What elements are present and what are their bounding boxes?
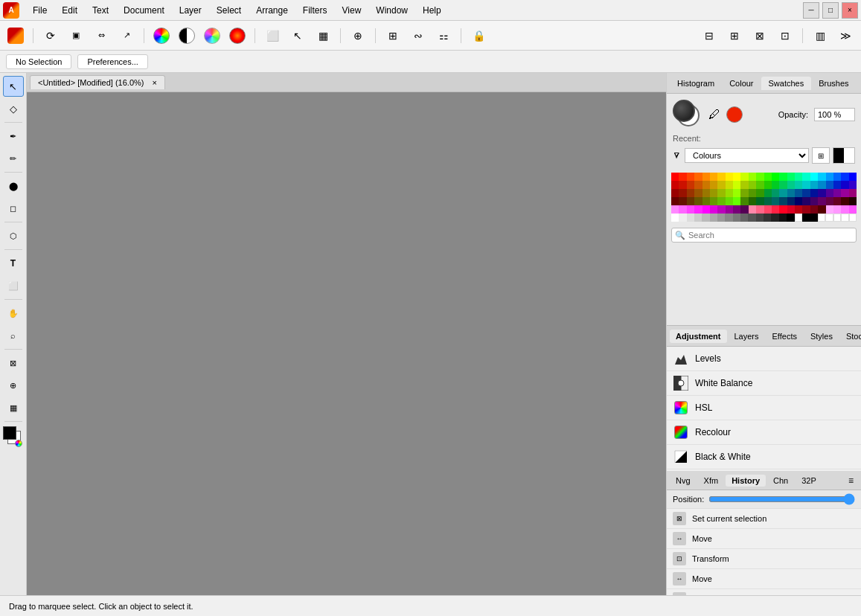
swatch-cell[interactable]: [756, 205, 764, 214]
swatch-cell[interactable]: [841, 214, 848, 222]
swatch-cell[interactable]: [787, 181, 795, 189]
swatch-cell[interactable]: [756, 181, 764, 189]
swatch-cell[interactable]: [826, 173, 833, 181]
swatch-cell[interactable]: [717, 197, 725, 205]
swatch-cell[interactable]: [772, 181, 779, 189]
swatch-cell[interactable]: [717, 173, 725, 181]
adj-white-balance[interactable]: White Balance: [667, 371, 861, 396]
contrast-button[interactable]: [176, 25, 198, 46]
tab-stock[interactable]: Stock: [840, 330, 861, 343]
swatch-cell[interactable]: [810, 173, 818, 181]
swatch-cell[interactable]: [772, 173, 779, 181]
camera-btn[interactable]: 🔒: [467, 25, 490, 46]
gradient-tool[interactable]: ▦: [3, 397, 24, 418]
color-wheel-button[interactable]: [150, 25, 173, 46]
swatch-cell[interactable]: [710, 181, 717, 189]
grid-btn[interactable]: ⊞: [382, 25, 404, 46]
open-button[interactable]: ▣: [65, 25, 87, 46]
swatch-cell[interactable]: [833, 197, 841, 205]
swatch-cell[interactable]: [802, 214, 810, 222]
menu-text[interactable]: Text: [85, 3, 116, 18]
swatch-cell[interactable]: [756, 189, 764, 197]
swatch-cell[interactable]: [710, 205, 717, 214]
swatch-cell[interactable]: [772, 189, 779, 197]
menu-select[interactable]: Select: [209, 3, 249, 18]
adj-recolour[interactable]: Recolour: [667, 420, 861, 445]
swatch-cell[interactable]: [779, 181, 787, 189]
menu-filters[interactable]: Filters: [295, 3, 335, 18]
tab-histogram[interactable]: Histogram: [670, 77, 722, 90]
swatch-cell[interactable]: [795, 205, 802, 214]
swatch-cell[interactable]: [764, 197, 772, 205]
swatch-cell[interactable]: [687, 197, 694, 205]
view-tool[interactable]: ✋: [3, 303, 24, 324]
bw-toggle[interactable]: [833, 147, 855, 164]
swatch-cell[interactable]: [802, 205, 810, 214]
swatch-cell[interactable]: [733, 205, 740, 214]
mask-button[interactable]: ▦: [312, 25, 334, 46]
swatch-cell[interactable]: [717, 181, 725, 189]
eyedropper-icon[interactable]: 🖊: [708, 108, 720, 121]
swatch-cell[interactable]: [671, 197, 679, 205]
align-center-btn[interactable]: ⊞: [723, 25, 746, 46]
swatch-cell[interactable]: [833, 173, 841, 181]
swatch-cell[interactable]: [818, 181, 825, 189]
swatch-cell[interactable]: [726, 197, 733, 205]
swatch-cell[interactable]: [849, 197, 857, 205]
swatch-cell[interactable]: [687, 214, 694, 222]
swatch-cell[interactable]: [833, 214, 841, 222]
swatch-cell[interactable]: [787, 205, 795, 214]
color-red[interactable]: [726, 106, 743, 123]
tab-chn[interactable]: Chn: [767, 475, 794, 487]
tab-swatches[interactable]: Swatches: [761, 77, 812, 90]
node-tool[interactable]: ◇: [3, 98, 24, 119]
swatch-cell[interactable]: [726, 181, 733, 189]
minimize-button[interactable]: ─: [803, 2, 819, 19]
swatch-cell[interactable]: [740, 197, 748, 205]
tab-effects[interactable]: Effects: [766, 330, 803, 343]
swatch-cell[interactable]: [795, 173, 802, 181]
swatch-cell[interactable]: [671, 214, 679, 222]
swatch-cell[interactable]: [833, 189, 841, 197]
swatch-cell[interactable]: [740, 214, 748, 222]
paint-tool[interactable]: ⬤: [3, 176, 24, 196]
menu-document[interactable]: Document: [116, 3, 172, 18]
align-top-btn[interactable]: ⊡: [774, 25, 796, 46]
swatch-cell[interactable]: [710, 197, 717, 205]
menu-file[interactable]: File: [25, 3, 54, 18]
swatch-cell[interactable]: [694, 214, 702, 222]
tab-history[interactable]: History: [726, 475, 766, 487]
swatch-cell[interactable]: [849, 173, 857, 181]
swatch-cell[interactable]: [694, 205, 702, 214]
opacity-input[interactable]: [814, 108, 855, 121]
swatch-cell[interactable]: [795, 214, 802, 222]
swatch-cell[interactable]: [702, 205, 710, 214]
foreground-color[interactable]: [673, 100, 702, 129]
menu-window[interactable]: Window: [368, 3, 415, 18]
swatch-cell[interactable]: [802, 189, 810, 197]
swatch-cell[interactable]: [679, 181, 686, 189]
swatch-cell[interactable]: [749, 181, 756, 189]
swatch-cell[interactable]: [726, 189, 733, 197]
tab-layers[interactable]: Layers: [729, 330, 765, 343]
pen-tool[interactable]: ✒: [3, 126, 24, 147]
swatch-cell[interactable]: [671, 173, 679, 181]
swatch-cell[interactable]: [787, 173, 795, 181]
swatch-cell[interactable]: [756, 214, 764, 222]
swatch-cell[interactable]: [756, 197, 764, 205]
swatch-cell[interactable]: [810, 189, 818, 197]
close-button[interactable]: ×: [842, 2, 858, 19]
swatch-cell[interactable]: [818, 197, 825, 205]
swatch-cell[interactable]: [749, 173, 756, 181]
swatch-cell[interactable]: [826, 197, 833, 205]
swatch-cell[interactable]: [687, 173, 694, 181]
swatch-cell[interactable]: [764, 214, 771, 222]
swatch-cell[interactable]: [779, 173, 787, 181]
hist-move-3[interactable]: ↔ Move: [667, 589, 861, 595]
pen-tool-button[interactable]: ↖: [287, 25, 309, 46]
swatch-cell[interactable]: [818, 214, 825, 222]
swatch-cell[interactable]: [841, 173, 848, 181]
snap2-btn[interactable]: ⚏: [432, 25, 455, 46]
history-position-slider[interactable]: [708, 493, 855, 505]
frame-tool[interactable]: ⬜: [3, 275, 24, 296]
